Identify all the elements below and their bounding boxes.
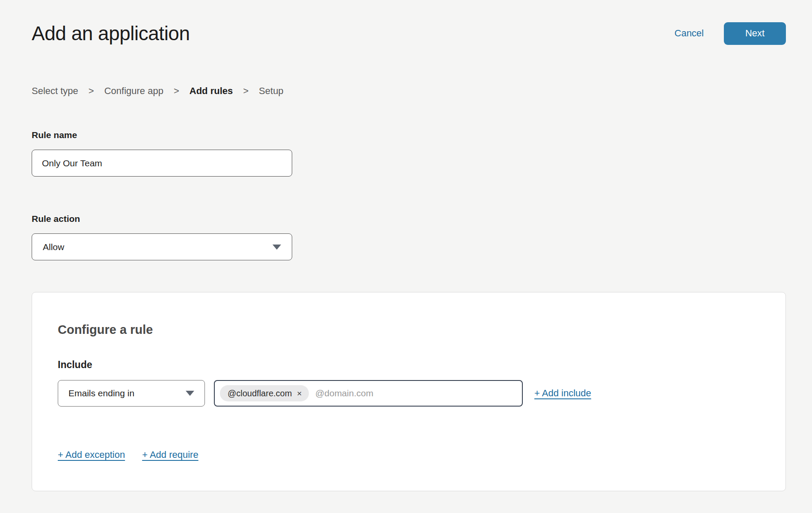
rule-type-value: Emails ending in <box>68 388 134 398</box>
add-include-link[interactable]: + Add include <box>534 388 591 399</box>
rule-action-select[interactable]: Allow <box>32 233 292 260</box>
rule-name-label: Rule name <box>32 130 786 140</box>
step-select-type[interactable]: Select type <box>32 86 78 97</box>
breadcrumb: Select type > Configure app > Add rules … <box>32 86 786 97</box>
page-title: Add an application <box>32 22 190 45</box>
add-require-link[interactable]: + Add require <box>142 448 198 461</box>
rule-action-value: Allow <box>43 242 64 252</box>
add-exception-link[interactable]: + Add exception <box>58 448 125 461</box>
step-add-rules[interactable]: Add rules <box>190 86 233 97</box>
configure-rule-card: Configure a rule Include Emails ending i… <box>32 292 786 491</box>
page-header: Add an application Cancel Next <box>32 0 786 45</box>
email-domain-input[interactable] <box>315 388 517 398</box>
card-title: Configure a rule <box>58 322 760 337</box>
card-footer-links: + Add exception + Add require <box>58 448 760 461</box>
next-button[interactable]: Next <box>724 22 786 45</box>
step-setup[interactable]: Setup <box>259 86 284 97</box>
add-application-page: Add an application Cancel Next Select ty… <box>0 0 812 513</box>
header-actions: Cancel Next <box>675 22 786 45</box>
chevron-down-icon <box>186 391 194 396</box>
chevron-down-icon <box>273 245 281 250</box>
step-configure-app[interactable]: Configure app <box>104 86 163 97</box>
tag-label: @cloudflare.com <box>228 389 292 398</box>
include-label: Include <box>58 359 760 371</box>
breadcrumb-separator: > <box>89 86 94 97</box>
include-rule-row: Emails ending in @cloudflare.com ✕ + Add… <box>58 380 760 407</box>
rule-action-label: Rule action <box>32 214 786 224</box>
cancel-button[interactable]: Cancel <box>675 28 704 39</box>
breadcrumb-separator: > <box>243 86 249 97</box>
close-icon[interactable]: ✕ <box>296 390 302 397</box>
breadcrumb-separator: > <box>174 86 179 97</box>
email-domain-tag-input[interactable]: @cloudflare.com ✕ <box>214 380 523 407</box>
email-domain-tag: @cloudflare.com ✕ <box>220 385 309 401</box>
rule-name-input[interactable] <box>32 150 292 177</box>
rule-type-select[interactable]: Emails ending in <box>58 380 205 407</box>
